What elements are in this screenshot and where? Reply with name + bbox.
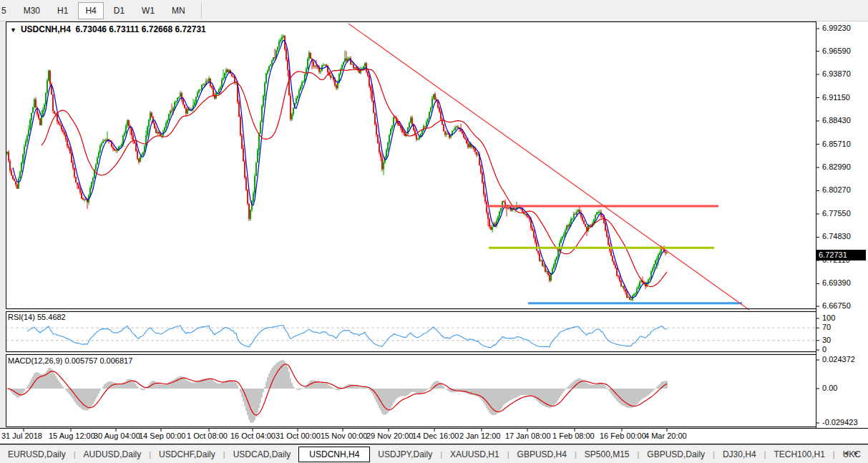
date-tick-label: 31 Jul 2018 — [1, 432, 42, 441]
price-tick-label: 6.91150 — [822, 93, 850, 102]
date-tick-label: 15 Nov 00:00 — [321, 432, 367, 441]
rsi-tick-label: 100 — [822, 313, 835, 323]
price-tick-label: 6.96590 — [822, 47, 851, 56]
price-tick-label: 6.93870 — [822, 69, 851, 79]
macd-header: MACD(12,26,9) 0.005757 0.006817 — [8, 356, 132, 365]
chart-tab-bar: EURUSD,Daily|AUDUSD,Daily|USDCHF,Daily|U… — [0, 444, 868, 463]
price-tick-label: 6.82990 — [822, 162, 851, 172]
chart-ohlc-values: 6.73046 6.73111 6.72668 6.72731 — [76, 24, 206, 34]
tf-button-w1[interactable]: W1 — [135, 2, 162, 19]
tab-dj30-h4[interactable]: DJ30,H4 — [715, 447, 764, 462]
tf-button-h1[interactable]: H1 — [50, 2, 75, 19]
price-tick-label: 6.74830 — [822, 232, 851, 241]
tab-xauusd-h1[interactable]: XAUUSD,H1 — [442, 447, 507, 462]
toolbar-divider — [201, 3, 203, 19]
date-tick-label: 1 Oct 08:00 — [187, 432, 228, 441]
tab-audusd-daily[interactable]: AUDUSD,Daily — [76, 447, 150, 462]
rsi-tick-label: 0 — [822, 345, 826, 354]
tf-button-mn[interactable]: MN — [165, 2, 192, 19]
tab-tech100-h1[interactable]: TECH100,H1 — [766, 447, 832, 462]
tab-sp500-m15[interactable]: SP500,M15 — [577, 447, 638, 462]
tab-scroll-left-icon[interactable]: ◄ — [842, 449, 853, 457]
tf-button-h4[interactable]: H4 — [78, 2, 103, 19]
price-tick-label: 6.66750 — [822, 301, 851, 311]
timeframe-toolbar: 5M30H1H4D1W1MN — [0, 0, 868, 21]
tab-usdcnh-h4[interactable]: USDCNH,H4 — [298, 447, 370, 462]
date-tick-label: 31 Oct 00:00 — [275, 432, 321, 441]
chevron-down-icon[interactable]: ▼ — [10, 26, 16, 34]
price-tick-label: 6.77550 — [822, 209, 851, 218]
mt4-window: 5M30H1H4D1W1MN ▼USDCNH,H4 6.73046 6.7311… — [0, 0, 868, 463]
date-tick-label: 15 Aug 12:00 — [49, 432, 95, 441]
price-tick-label: 6.99230 — [822, 24, 851, 33]
date-tick-label: 29 Nov 20:00 — [366, 432, 413, 441]
tf-button-d1[interactable]: D1 — [107, 2, 132, 19]
date-tick-label: 16 Oct 04:00 — [230, 432, 275, 441]
date-tick-label: 1 Feb 08:00 — [552, 432, 595, 441]
macd-tick-label: 0.00 — [822, 384, 837, 393]
tab-gbpusd-daily[interactable]: GBPUSD,Daily — [639, 447, 713, 462]
tab-scroll-right-icon[interactable]: ► — [853, 449, 864, 457]
date-tick-label: 2 Jan 12:00 — [459, 432, 501, 441]
date-tick-label: 14 Dec 16:00 — [412, 432, 459, 441]
tab-usdcad-daily[interactable]: USDCAD,Daily — [225, 447, 299, 462]
macd-tick-label: 0.024372 — [822, 355, 855, 364]
macd-values: 0.005757 0.006817 — [64, 356, 132, 365]
tab-eurusd-daily[interactable]: EURUSD,Daily — [0, 447, 74, 462]
date-tick-label: 4 Mar 20:00 — [645, 432, 687, 441]
price-tick-label: 6.88430 — [822, 116, 851, 125]
rsi-tick-label: 70 — [822, 323, 831, 332]
price-tick-label: 6.80270 — [822, 185, 851, 195]
macd-tick-label: -0.029423 — [822, 418, 858, 427]
date-tick-label: 17 Jan 08:00 — [505, 432, 551, 441]
price-tick-label: 6.85710 — [822, 140, 851, 149]
date-tick-label: 14 Sep 00:00 — [139, 432, 185, 441]
macd-label: MACD(12,26,9) — [8, 356, 62, 365]
chart-symbol-label: USDCNH,H4 — [21, 24, 71, 34]
date-tick-label: 30 Aug 04:00 — [94, 432, 140, 441]
price-tick-label: 6.69390 — [822, 278, 851, 288]
price-chart-canvas[interactable] — [0, 21, 868, 444]
rsi-header: RSI(14) 55.4682 — [8, 313, 66, 321]
chart-title: ▼USDCNH,H4 6.73046 6.73111 6.72668 6.727… — [10, 24, 206, 34]
rsi-label: RSI(14) — [8, 313, 35, 321]
tf-button-5[interactable]: 5 — [0, 2, 14, 19]
date-tick-label: 16 Feb 00:00 — [600, 432, 646, 441]
rsi-value: 55.4682 — [37, 313, 66, 321]
current-price-tag: 6.72731 — [816, 250, 866, 260]
tab-usdjpy-daily[interactable]: USDJPY,Daily — [370, 447, 440, 462]
tab-usdchf-daily[interactable]: USDCHF,Daily — [151, 447, 223, 462]
tf-button-m30[interactable]: M30 — [16, 2, 47, 19]
tab-gbpusd-h4[interactable]: GBPUSD,H4 — [509, 447, 575, 462]
timeframe-buttons: 5M30H1H4D1W1MN — [0, 2, 194, 19]
rsi-tick-label: 30 — [822, 336, 831, 345]
chart-area: ▼USDCNH,H4 6.73046 6.73111 6.72668 6.727… — [0, 21, 868, 444]
tab-scroll-arrows: ◄► — [842, 449, 864, 457]
